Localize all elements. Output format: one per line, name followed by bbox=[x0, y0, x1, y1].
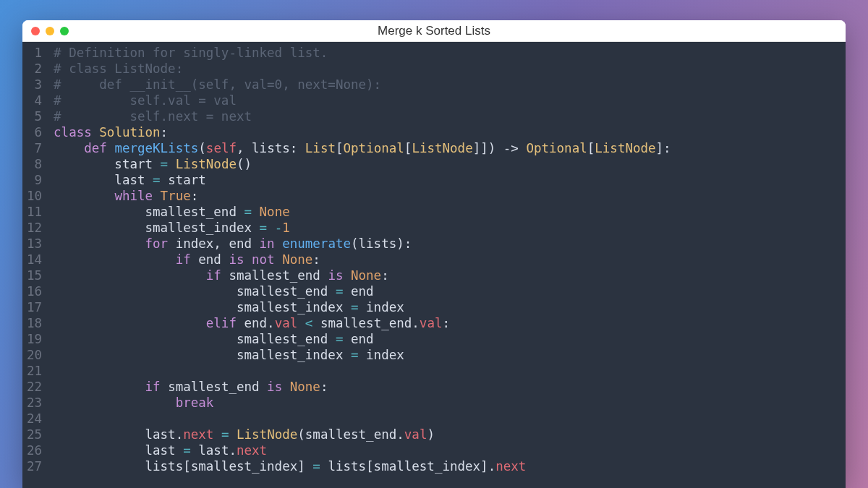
line-number: 15 bbox=[27, 267, 42, 283]
minimize-icon[interactable] bbox=[46, 27, 54, 35]
code-line[interactable]: lists[smallest_index] = lists[smallest_i… bbox=[54, 458, 846, 474]
line-number: 6 bbox=[27, 124, 42, 140]
code-line[interactable]: class Solution: bbox=[54, 124, 846, 140]
line-number: 25 bbox=[27, 427, 42, 442]
line-number: 23 bbox=[27, 395, 42, 411]
code-line[interactable]: elif end.val < smallest_end.val: bbox=[54, 315, 846, 331]
code-line[interactable]: smallest_index = index bbox=[54, 347, 846, 363]
line-number: 20 bbox=[27, 347, 42, 363]
code-line[interactable]: # Definition for singly-linked list. bbox=[54, 45, 846, 61]
line-number: 3 bbox=[27, 77, 42, 93]
line-number: 2 bbox=[27, 61, 42, 77]
line-number: 26 bbox=[27, 442, 42, 458]
code-line[interactable]: smallest_index = index bbox=[54, 299, 846, 315]
app-window: Merge k Sorted Lists 1234567891011121314… bbox=[22, 20, 846, 488]
line-number: 12 bbox=[27, 220, 42, 236]
line-number: 19 bbox=[27, 331, 42, 347]
titlebar[interactable]: Merge k Sorted Lists bbox=[22, 20, 846, 42]
code-line[interactable]: # class ListNode: bbox=[54, 61, 846, 77]
line-number: 22 bbox=[27, 379, 42, 395]
line-number: 16 bbox=[27, 283, 42, 299]
code-line[interactable]: # self.next = next bbox=[54, 108, 846, 124]
line-number-gutter: 1234567891011121314151617181920212223242… bbox=[22, 42, 49, 488]
zoom-icon[interactable] bbox=[60, 27, 69, 35]
code-line[interactable]: last = start bbox=[54, 172, 846, 188]
code-line[interactable]: for index, end in enumerate(lists): bbox=[54, 236, 846, 252]
code-line[interactable]: smallest_index = -1 bbox=[54, 220, 846, 236]
line-number: 8 bbox=[27, 156, 42, 172]
line-number: 21 bbox=[27, 363, 42, 379]
code-line[interactable]: start = ListNode() bbox=[54, 156, 846, 172]
code-line[interactable]: if smallest_end is None: bbox=[54, 267, 846, 283]
code-line[interactable]: last = last.next bbox=[54, 442, 846, 458]
code-line[interactable]: smallest_end = None bbox=[54, 204, 846, 220]
line-number: 27 bbox=[27, 458, 42, 474]
line-number: 24 bbox=[27, 411, 42, 427]
code-line[interactable]: def mergeKLists(self, lists: List[Option… bbox=[54, 140, 846, 156]
code-line[interactable] bbox=[54, 363, 846, 379]
code-line[interactable]: # self.val = val bbox=[54, 93, 846, 108]
code-line[interactable]: last.next = ListNode(smallest_end.val) bbox=[54, 427, 846, 442]
line-number: 18 bbox=[27, 315, 42, 331]
code-line[interactable]: smallest_end = end bbox=[54, 283, 846, 299]
window-title: Merge k Sorted Lists bbox=[22, 24, 846, 38]
close-icon[interactable] bbox=[31, 27, 40, 35]
line-number: 14 bbox=[27, 252, 42, 267]
line-number: 17 bbox=[27, 299, 42, 315]
code-content[interactable]: # Definition for singly-linked list.# cl… bbox=[49, 42, 846, 488]
code-line[interactable]: if end is not None: bbox=[54, 252, 846, 267]
line-number: 9 bbox=[27, 172, 42, 188]
line-number: 5 bbox=[27, 108, 42, 124]
code-line[interactable]: while True: bbox=[54, 188, 846, 204]
code-line[interactable]: if smallest_end is None: bbox=[54, 379, 846, 395]
code-editor[interactable]: 1234567891011121314151617181920212223242… bbox=[22, 42, 846, 488]
line-number: 10 bbox=[27, 188, 42, 204]
traffic-lights bbox=[31, 27, 69, 35]
line-number: 4 bbox=[27, 93, 42, 108]
line-number: 7 bbox=[27, 140, 42, 156]
code-line[interactable]: smallest_end = end bbox=[54, 331, 846, 347]
code-line[interactable]: # def __init__(self, val=0, next=None): bbox=[54, 77, 846, 93]
line-number: 11 bbox=[27, 204, 42, 220]
code-line[interactable] bbox=[54, 411, 846, 427]
line-number: 13 bbox=[27, 236, 42, 252]
line-number: 1 bbox=[27, 45, 42, 61]
code-line[interactable]: break bbox=[54, 395, 846, 411]
